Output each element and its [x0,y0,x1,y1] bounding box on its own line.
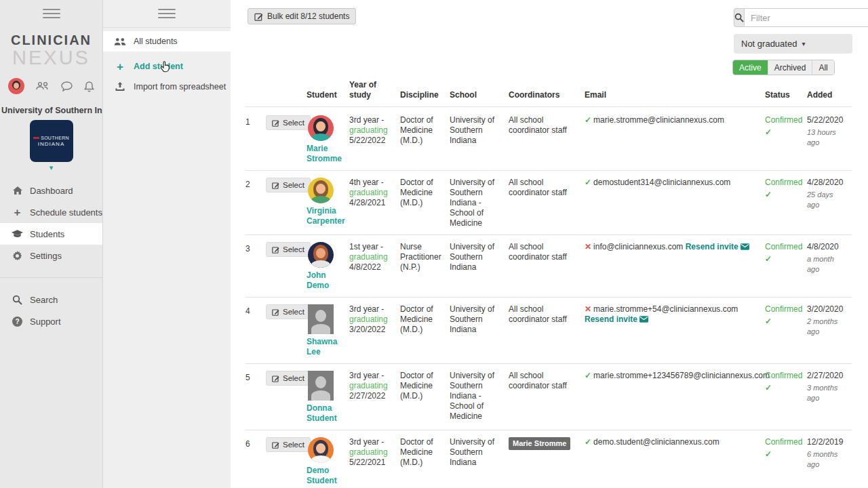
table-row: 5 Select Donna Student 3rd year - gradua… [245,364,852,430]
student-name-link[interactable]: Shawna Lee [307,337,347,357]
email-cell: ✕info@cliniciannexus.com Resend invite [585,242,765,291]
user-avatar[interactable] [8,78,24,94]
envelope-icon [741,243,749,250]
added-cell: 3/20/20202 months ago [807,304,852,357]
students-main: Bulk edit 8/12 students Not graduated ▾ … [231,0,868,488]
plus-icon: + [114,61,126,73]
chevron-down-icon: ▾ [802,40,805,47]
student-avatar[interactable] [308,115,334,141]
sidebar-item-dashboard[interactable]: Dashboard [0,180,102,201]
col-header-status: Status [765,90,807,100]
filter-input[interactable] [744,8,868,27]
email-verified-icon: ✓ [585,178,591,187]
group-icon [114,37,126,46]
sidebar-bottom-nav: Search ? Support [0,289,102,332]
status-cell: Confirmed✓ [765,437,807,486]
student-name-link[interactable]: Demo Student [307,466,347,486]
student-name-link[interactable]: John Demo [307,270,347,291]
school: University of Southern Indiana [450,115,509,164]
subnav-item-all-students[interactable]: All students [103,31,231,52]
select-button[interactable]: Select [266,304,311,319]
tab-all[interactable]: All [812,60,833,75]
row-number: 3 [245,242,266,291]
coordinators: All school coordinator staff [509,371,585,424]
help-icon: ? [12,317,23,327]
email-cell: ✓demo.student@cliniciannexus.com [585,437,765,486]
resend-invite-link[interactable]: Resend invite [585,314,648,324]
student-avatar[interactable] [308,242,334,268]
sidebar-item-search[interactable]: Search [0,289,102,310]
table-row: 3 Select John Demo 1st year - graduating… [245,235,852,298]
search-button[interactable] [734,8,744,27]
confirmed-check-icon: ✓ [765,127,800,138]
nav-label: Dashboard [30,186,73,196]
resend-invite-link[interactable]: Resend invite [686,242,749,251]
email-failed-icon: ✕ [585,304,591,314]
sidebar-item-students[interactable]: Students [0,223,102,245]
sidebar-hamburger-icon[interactable] [43,9,60,18]
table-header: Student Year of study Discipline School … [245,80,852,107]
student-avatar[interactable] [308,178,334,203]
student-name-link[interactable]: Donna Student [307,403,347,424]
status-cell: Confirmed✓ [765,371,807,424]
student-name-link[interactable]: Marie Stromme [307,144,347,164]
subnav-item-add-student[interactable]: + Add student [103,56,231,77]
subnav-item-import-spreadsheet[interactable]: Import from spreadsheet [103,77,231,97]
table-row: 6 Select Demo Student 3rd year - graduat… [245,430,852,488]
upload-icon [114,81,126,92]
status-cell: Confirmed✓ [765,178,807,228]
subnav-divider [103,27,231,28]
student-avatar-placeholder[interactable] [308,304,334,334]
tab-archived[interactable]: Archived [768,60,813,75]
select-button[interactable]: Select [266,178,311,192]
subnav-hamburger-icon[interactable] [158,9,176,18]
org-switcher-caret[interactable]: ▾ [0,164,102,171]
table-row: 4 Select Shawna Lee 3rd year - graduatin… [245,298,852,364]
search-icon [734,13,744,22]
org-logo[interactable]: SOUTHERN INDIANA [30,120,73,162]
graduated-filter-dropdown[interactable]: Not graduated ▾ [734,34,852,54]
school: University of Southern Indiana [450,304,509,357]
added-cell: 5/22/202013 hours ago [807,115,852,164]
row-number: 2 [245,178,266,228]
nav-label: Settings [30,251,62,261]
usi-logo-text2: INDIANA [38,141,64,147]
row-number: 5 [245,371,266,424]
sidebar-item-schedule-students[interactable]: + Schedule students [0,201,102,223]
select-button[interactable]: Select [266,115,311,130]
sidebar-item-settings[interactable]: Settings [0,245,102,266]
student-avatar-placeholder[interactable] [308,371,334,401]
coordinators: All school coordinator staff [509,304,585,357]
discipline: Doctor of Medicine (M.D.) [400,371,450,424]
bulk-edit-button[interactable]: Bulk edit 8/12 students [248,8,356,24]
student-name-link[interactable]: Virginia Carpenter [307,206,347,226]
students-subnav: All students + Add student Import from s… [103,0,231,488]
edit-icon [272,441,279,449]
coordinator-badge[interactable]: Marie Stromme [509,437,570,450]
sidebar-item-support[interactable]: ? Support [0,310,102,332]
graduation-cap-icon [12,230,23,238]
coordinators: Marie Stromme [509,437,585,486]
student-avatar[interactable] [308,437,334,463]
added-cell: 2/27/20203 months ago [807,371,852,424]
tab-active[interactable]: Active [733,60,768,75]
brand-line2: NEXUS [0,48,102,68]
discipline: Nurse Practitioner (N.P.) [400,242,450,291]
sidebar: CLINICIAN NEXUS University of Southern I… [0,0,103,488]
select-button[interactable]: Select [266,242,311,257]
year-of-study: 4th year - graduating 4/28/2021 [349,178,400,228]
confirmed-check-icon: ✓ [765,190,800,200]
status-cell: Confirmed✓ [765,115,807,164]
people-icon[interactable] [36,81,50,91]
notifications-icon[interactable] [84,81,94,92]
org-name[interactable]: University of Southern In... [0,106,102,115]
select-button[interactable]: Select [266,371,311,386]
select-button[interactable]: Select [266,437,311,452]
subnav-label: All students [134,37,178,46]
chat-icon[interactable] [61,81,73,92]
usi-logo-text1: SOUTHERN [41,136,69,140]
brand-logo: CLINICIAN NEXUS [0,33,102,68]
confirmed-check-icon: ✓ [765,317,800,327]
edit-icon [272,246,279,253]
email-cell: ✕marie.stromme+54@cliniciannexus.com Res… [585,304,765,357]
